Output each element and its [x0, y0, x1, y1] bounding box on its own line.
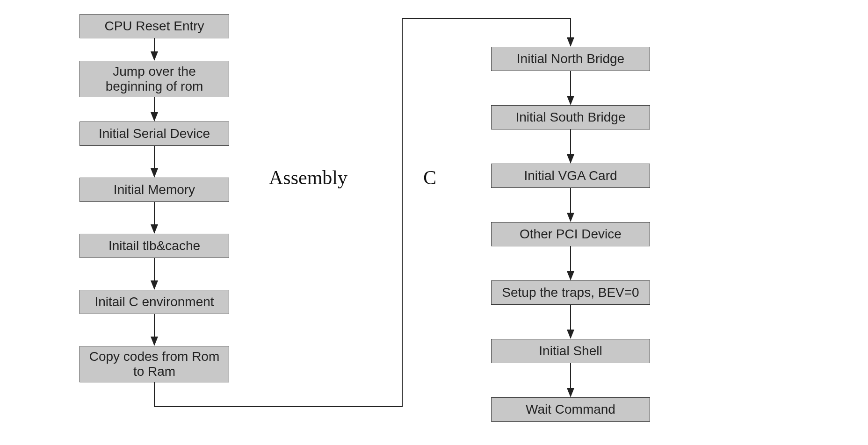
box-initial-memory: Initial Memory	[80, 178, 229, 202]
box-initail-c-environment: Initail C environment	[80, 290, 229, 314]
box-other-pci-device: Other PCI Device	[491, 222, 650, 246]
box-label: Initial Serial Device	[99, 126, 210, 141]
box-copy-codes-rom-ram: Copy codes from Rom to Ram	[80, 346, 229, 382]
box-label: Initial VGA Card	[524, 168, 617, 183]
box-label: Copy codes from Rom to Ram	[84, 349, 225, 379]
box-label: Jump over the beginning of rom	[84, 64, 225, 94]
box-initial-vga-card: Initial VGA Card	[491, 164, 650, 188]
box-label: Setup the traps, BEV=0	[502, 285, 639, 300]
box-wait-command: Wait Command	[491, 397, 650, 422]
box-jump-over-rom: Jump over the beginning of rom	[80, 61, 229, 97]
c-label: C	[423, 166, 436, 189]
box-label: Other PCI Device	[520, 227, 622, 242]
box-initail-tlb-cache: Initail tlb&cache	[80, 234, 229, 258]
box-initial-shell: Initial Shell	[491, 339, 650, 363]
box-label: Initial Shell	[539, 344, 602, 359]
box-cpu-reset-entry: CPU Reset Entry	[80, 14, 229, 38]
box-initial-south-bridge: Initial South Bridge	[491, 105, 650, 129]
assembly-label: Assembly	[269, 166, 347, 189]
box-label: Initail C environment	[94, 294, 214, 309]
box-label: Wait Command	[526, 402, 615, 417]
box-label: Initial North Bridge	[517, 51, 624, 66]
box-label: CPU Reset Entry	[104, 19, 204, 34]
box-label: Initail tlb&cache	[108, 238, 200, 253]
box-label: Initial South Bridge	[515, 110, 625, 125]
box-initial-serial-device: Initial Serial Device	[80, 122, 229, 146]
box-label: Initial Memory	[114, 182, 195, 197]
box-initial-north-bridge: Initial North Bridge	[491, 47, 650, 71]
box-setup-traps-bev0: Setup the traps, BEV=0	[491, 280, 650, 305]
